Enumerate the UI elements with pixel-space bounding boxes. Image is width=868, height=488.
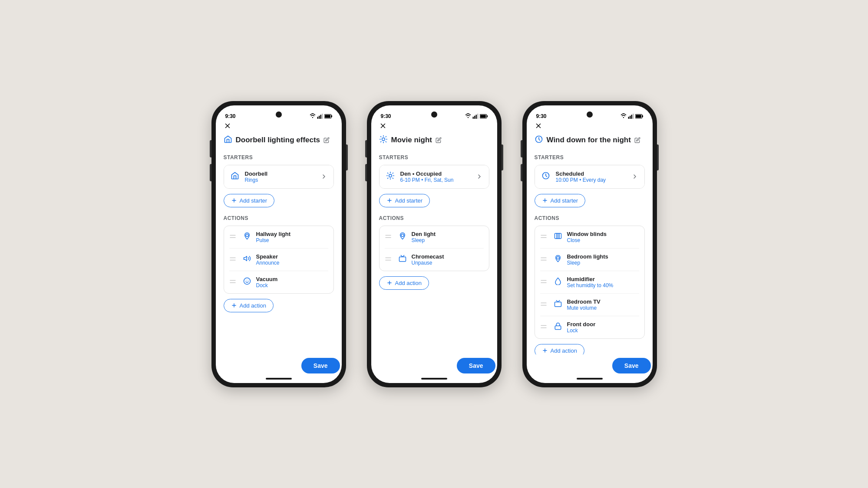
status-time: 9:30 <box>536 113 547 119</box>
phone-screen-3: 9:30 Wind down for the night <box>527 105 653 383</box>
add-action-button[interactable]: Add action <box>224 299 274 312</box>
svg-rect-77 <box>555 326 561 329</box>
status-icons <box>465 113 488 119</box>
starter-row-left: Den • Occupied 6-10 PM • Fri, Sat, Sun <box>386 170 454 183</box>
starter-texts: Scheduled 10:00 PM • Every day <box>556 170 606 183</box>
add-action-label: Add action <box>240 302 266 309</box>
actions-card: Window blinds Close Bedroom lights <box>535 226 645 339</box>
starter-row-0[interactable]: Den • Occupied 6-10 PM • Fri, Sat, Sun <box>380 165 489 188</box>
status-icons <box>620 113 643 119</box>
phone-1: 9:30 Doorbell lighting effects <box>211 101 346 387</box>
action-texts-2: Vacuum Dock <box>256 276 328 288</box>
action-subtitle-3: Mute volume <box>567 305 639 311</box>
drag-handle-icon <box>229 233 236 241</box>
status-icons <box>310 113 332 119</box>
action-row-0[interactable]: Den light Sleep <box>385 226 484 249</box>
page-title-row: Movie night <box>379 135 489 146</box>
action-subtitle-1: Unpause <box>412 260 484 266</box>
edit-icon[interactable] <box>634 137 640 143</box>
add-starter-button[interactable]: Add starter <box>535 194 586 207</box>
action-texts-0: Hallway light Pulse <box>256 231 328 243</box>
drag-handle-icon <box>229 255 236 264</box>
action-icon-1 <box>553 255 563 265</box>
actions-label: Actions <box>224 215 334 221</box>
drag-handle-icon <box>540 278 547 286</box>
add-action-button[interactable]: Add action <box>379 276 429 290</box>
actions-card: Den light Sleep Chromecast <box>379 226 489 271</box>
save-button[interactable]: Save <box>612 358 651 373</box>
action-row-0[interactable]: Hallway light Pulse <box>229 226 328 249</box>
svg-rect-53 <box>642 115 643 117</box>
svg-point-20 <box>244 278 250 284</box>
svg-rect-7 <box>325 115 330 118</box>
page-title: Doorbell lighting effects <box>236 136 320 144</box>
starter-subtitle: Rings <box>245 177 268 183</box>
battery-icon <box>635 114 643 119</box>
action-row-3[interactable]: Bedroom TV Mute volume <box>540 294 639 316</box>
action-row-2[interactable]: Humidifier Set humidity to 40% <box>540 271 639 294</box>
save-row: Save <box>371 354 497 375</box>
starters-card: Doorbell Rings <box>224 165 334 189</box>
home-indicator <box>577 378 603 380</box>
starter-row-0[interactable]: Scheduled 10:00 PM • Every day <box>535 165 644 188</box>
edit-icon[interactable] <box>323 137 330 143</box>
add-action-label: Add action <box>395 280 422 286</box>
action-row-2[interactable]: Vacuum Dock <box>229 271 328 293</box>
action-texts-1: Speaker Announce <box>256 253 328 266</box>
page-title: Wind down for the night <box>547 136 631 144</box>
close-button[interactable] <box>224 122 334 130</box>
starter-texts: Den • Occupied 6-10 PM • Fri, Sat, Sun <box>400 170 454 183</box>
save-button[interactable]: Save <box>301 358 340 373</box>
actions-label: Actions <box>379 215 489 221</box>
action-icon-0 <box>553 232 563 242</box>
action-texts-2: Humidifier Set humidity to 40% <box>567 276 639 288</box>
action-subtitle-4: Lock <box>567 328 639 334</box>
screen-content-1: Doorbell lighting effects Starters Doorb… <box>216 122 342 354</box>
action-subtitle-1: Sleep <box>567 260 639 266</box>
add-starter-button[interactable]: Add starter <box>379 194 430 207</box>
action-subtitle-0: Close <box>567 237 639 243</box>
starter-title: Scheduled <box>556 170 606 177</box>
svg-rect-49 <box>630 115 630 118</box>
drag-handle-icon <box>385 255 392 264</box>
close-button[interactable] <box>535 122 645 130</box>
phone-screen-2: 9:30 Movie night <box>371 105 497 383</box>
add-action-button[interactable]: Add action <box>535 344 584 354</box>
svg-rect-3 <box>320 115 321 118</box>
action-row-1[interactable]: Speaker Announce <box>229 249 328 271</box>
action-row-0[interactable]: Window blinds Close <box>540 226 639 249</box>
edit-icon[interactable] <box>436 137 442 143</box>
starters-label: Starters <box>224 154 334 160</box>
drag-handle-icon <box>540 255 547 264</box>
action-title-1: Speaker <box>256 253 328 260</box>
add-starter-button[interactable]: Add starter <box>224 194 275 207</box>
action-title-0: Den light <box>412 231 484 237</box>
svg-rect-26 <box>472 117 473 119</box>
starter-row-left: Doorbell Rings <box>230 170 268 183</box>
action-row-1[interactable]: Chromecast Unpause <box>385 249 484 271</box>
starters-card: Den • Occupied 6-10 PM • Fri, Sat, Sun <box>379 165 489 189</box>
camera-notch <box>276 111 282 118</box>
phone-3: 9:30 Wind down for the night <box>522 101 657 387</box>
action-icon-1 <box>398 255 407 265</box>
save-button[interactable]: Save <box>457 358 495 373</box>
action-row-1[interactable]: Bedroom lights Sleep <box>540 249 639 271</box>
action-texts-3: Bedroom TV Mute volume <box>567 298 639 311</box>
home-indicator <box>266 378 292 380</box>
action-icon-2 <box>553 277 563 287</box>
action-title-0: Window blinds <box>567 231 639 237</box>
action-texts-0: Window blinds Close <box>567 231 639 243</box>
svg-rect-27 <box>474 115 475 118</box>
close-button[interactable] <box>379 122 489 130</box>
action-row-4[interactable]: Front door Lock <box>540 316 639 338</box>
battery-icon <box>324 114 332 119</box>
starters-label: Starters <box>379 154 489 160</box>
action-icon-0 <box>398 232 407 242</box>
action-subtitle-1: Announce <box>256 260 328 266</box>
starter-row-0[interactable]: Doorbell Rings <box>224 165 333 188</box>
chevron-right-icon <box>476 173 483 180</box>
action-texts-4: Front door Lock <box>567 321 639 334</box>
svg-rect-74 <box>554 302 561 307</box>
home-indicator <box>421 378 447 380</box>
page-title-row: Doorbell lighting effects <box>224 135 334 146</box>
